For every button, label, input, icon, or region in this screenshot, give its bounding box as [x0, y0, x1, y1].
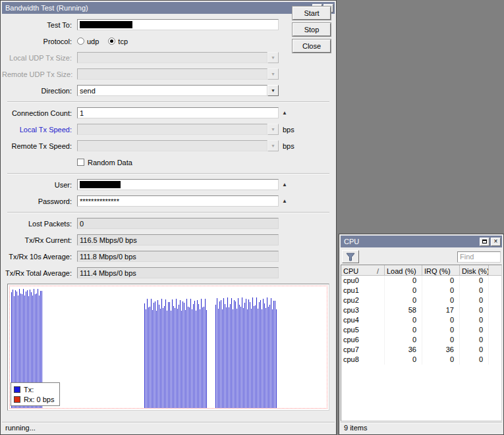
cpu-value-cell: 0 [422, 286, 460, 295]
cpu-value-cell: 0 [422, 335, 460, 345]
table-row[interactable]: cpu1000 [341, 286, 501, 295]
table-row[interactable]: cpu0000 [341, 276, 501, 286]
graph-bar [235, 301, 236, 408]
window-title: CPU [344, 238, 478, 245]
cpu-value-cell: 0 [460, 276, 489, 286]
local-tx-speed-label[interactable]: Local Tx Speed: [2, 126, 77, 134]
table-row[interactable]: cpu736360 [341, 345, 501, 355]
graph-bar [259, 302, 260, 408]
connection-count-input[interactable]: 1 [77, 107, 279, 118]
cpu-toolbar [342, 250, 501, 263]
graph-bar [237, 309, 237, 408]
cpu-value-cell: 0 [460, 286, 489, 295]
graph-bar [242, 297, 242, 408]
graph-bar [275, 301, 275, 408]
bandwidth-test-titlebar[interactable]: Bandwidth Test (Running) × [2, 2, 335, 14]
graph-bar [193, 304, 194, 408]
graph-bar [234, 300, 235, 408]
cpu-table-body: cpu0000cpu1000cpu2000cpu358170cpu4000cpu… [341, 276, 501, 365]
user-input[interactable] [77, 179, 279, 190]
table-row[interactable]: cpu8000 [341, 355, 501, 365]
column-header-irq[interactable]: IRQ (%) [422, 265, 460, 276]
remote-tx-speed-label: Remote Tx Speed: [2, 142, 77, 150]
graph-bar [233, 309, 233, 408]
graph-bar [179, 305, 179, 408]
maximize-button[interactable] [480, 238, 490, 246]
graph-bar [204, 307, 204, 408]
table-row[interactable]: cpu358170 [341, 305, 501, 315]
graph-bar [239, 305, 240, 408]
remote-tx-speed-unit: bps [283, 142, 294, 150]
table-row[interactable]: cpu2000 [341, 295, 501, 305]
graph-bar [185, 310, 186, 408]
direction-combo[interactable]: send ▼ [77, 85, 279, 96]
graph-bar [148, 307, 149, 408]
sort-indicator-icon: / [377, 267, 379, 275]
status-text: 9 items [344, 424, 367, 432]
table-row[interactable]: cpu5000 [341, 325, 501, 335]
column-header-disk[interactable]: Disk (%) [460, 265, 489, 276]
chevron-down-icon: ▼ [267, 124, 279, 135]
separator [7, 101, 329, 103]
column-header-cpu[interactable]: CPU / [341, 265, 385, 276]
spinner-up-icon[interactable]: ▲ [280, 182, 289, 188]
close-button[interactable]: × [491, 238, 501, 246]
table-row[interactable]: cpu6000 [341, 335, 501, 345]
cpu-name-cell: cpu0 [341, 276, 385, 286]
graph-bar [160, 309, 161, 408]
cpu-titlebar[interactable]: CPU × [341, 236, 502, 247]
maximize-icon [482, 240, 487, 243]
radio-tcp[interactable] [108, 38, 115, 45]
graph-bar [276, 309, 277, 408]
connection-count-label: Connection Count: [2, 109, 77, 117]
cpu-name-cell: cpu6 [341, 335, 385, 345]
graph-bar [230, 304, 231, 408]
filter-button[interactable] [342, 250, 359, 263]
find-input[interactable] [457, 251, 501, 263]
graph-bar [164, 306, 165, 408]
graph-bar [226, 307, 227, 408]
cpu-value-cell: 0 [385, 325, 422, 335]
column-header-load[interactable]: Load (%) [385, 265, 422, 276]
password-input[interactable]: ************** [77, 195, 279, 207]
table-row[interactable]: cpu4000 [341, 315, 501, 325]
protocol-label: Protocol: [2, 38, 77, 45]
redacted-value [80, 181, 121, 188]
window-title: Bandwidth Test (Running) [5, 4, 311, 12]
test-to-input[interactable] [77, 19, 279, 30]
random-data-label: Random Data [88, 159, 132, 166]
graph-bar [192, 309, 192, 408]
cpu-value-cell: 0 [422, 355, 460, 365]
graph-bar [215, 305, 216, 408]
radio-udp[interactable] [77, 38, 84, 45]
graph-bar [198, 304, 199, 408]
chevron-down-icon: ▼ [267, 52, 279, 63]
txrx-10s-average-value: 111.8 Mbps/0 bps [77, 251, 279, 262]
graph-bar [262, 309, 262, 408]
spinner-up-icon[interactable]: ▲ [280, 198, 289, 204]
cpu-value-cell: 0 [460, 295, 489, 305]
graph-bar [263, 299, 264, 408]
graph-bar [238, 298, 238, 408]
close-button[interactable]: Close [293, 39, 331, 53]
rx-legend-label: Rx: 0 bps [24, 396, 54, 403]
graph-bar [172, 299, 173, 408]
start-button[interactable]: Start [293, 7, 331, 20]
random-data-checkbox[interactable] [77, 159, 84, 166]
txrx-current-value: 116.5 Mbps/0 bps [77, 234, 279, 245]
cpu-value-cell: 17 [422, 305, 460, 315]
graph-bar [157, 300, 158, 408]
graph-bar [217, 298, 217, 408]
connection-count-value: 1 [80, 109, 84, 117]
chevron-down-icon[interactable]: ▼ [267, 85, 279, 96]
spinner-up-icon[interactable]: ▲ [280, 110, 289, 116]
cpu-value-cell: 0 [385, 335, 422, 345]
radio-tcp-label: tcp [118, 38, 128, 45]
lost-packets-value: 0 [77, 218, 279, 229]
cpu-value-cell: 0 [422, 315, 460, 325]
graph-bar [188, 307, 188, 408]
redacted-value [80, 21, 132, 28]
stop-button[interactable]: Stop [293, 23, 331, 36]
cpu-value-cell: 58 [385, 305, 422, 315]
graph-bar [229, 307, 229, 408]
